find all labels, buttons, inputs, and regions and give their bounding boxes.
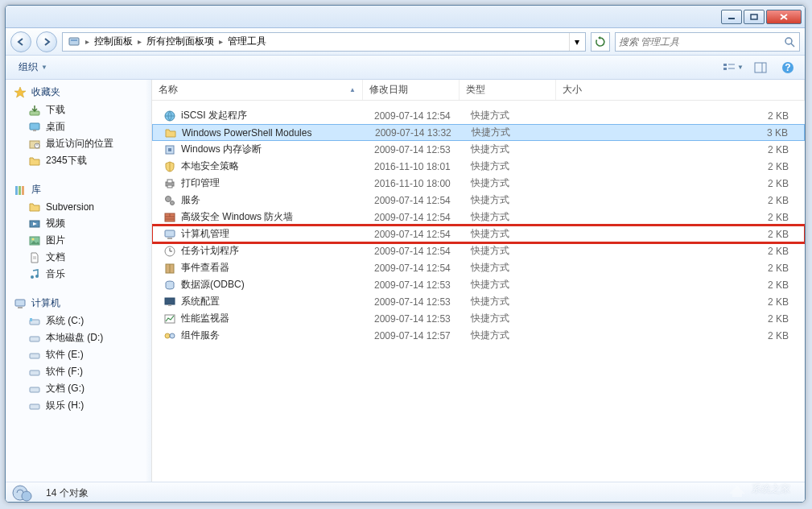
breadcrumb-item-2[interactable]: 管理工具 [225,33,270,50]
help-button[interactable]: ? [777,59,798,77]
file-row[interactable]: 事件查看器2009-07-14 12:54快捷方式2 KB [152,259,805,276]
svg-rect-35 [30,318,32,321]
sidebar-item-recent[interactable]: 最近访问的位置 [9,135,151,152]
titlebar [6,6,805,28]
file-row[interactable]: 任务计划程序2009-07-14 12:54快捷方式2 KB [152,242,805,259]
file-row[interactable]: 服务2009-07-14 12:54快捷方式2 KB [152,192,805,209]
file-row[interactable]: 数据源(ODBC)2009-07-14 12:53快捷方式2 KB [152,276,805,293]
sidebar-item-drive-c[interactable]: 系统 (C:) [9,312,151,329]
chevron-right-icon[interactable]: ▸ [136,37,143,46]
status-text: 14 个对象 [46,486,89,500]
video-icon [28,217,41,230]
file-row[interactable]: Windows PowerShell Modules2009-07-14 13:… [152,124,805,141]
file-row[interactable]: 计算机管理2009-07-14 12:54快捷方式2 KB [152,226,805,242]
file-date: 2009-07-14 12:53 [368,144,464,155]
chevron-right-icon[interactable]: ▸ [84,37,91,46]
search-box[interactable] [615,32,800,52]
computer-header[interactable]: 计算机 [9,294,151,312]
sidebar-item-music[interactable]: 音乐 [9,266,151,283]
file-size: 2 KB [561,279,805,291]
file-list[interactable]: iSCSI 发起程序2009-07-14 12:54快捷方式2 KBWindow… [152,101,805,482]
music-icon [28,268,41,281]
sidebar-item-drive-d[interactable]: 本地磁盘 (D:) [9,329,151,346]
libraries-header[interactable]: 库 [9,180,151,199]
comp-icon [163,329,176,342]
sidebar-item-2345[interactable]: 2345下载 [9,152,151,169]
svg-point-47 [166,196,171,201]
file-type: 快捷方式 [464,295,561,308]
document-icon [28,251,41,264]
sidebar-item-drive-f[interactable]: 软件 (F:) [9,363,151,380]
breadcrumb-root[interactable] [64,34,84,50]
file-date: 2009-07-14 13:32 [369,127,465,139]
clock-icon [163,245,176,258]
sidebar-item-videos[interactable]: 视频 [9,215,151,232]
sidebar-item-subversion[interactable]: Subversion [9,199,151,215]
perf-icon [163,312,176,325]
file-row[interactable]: 性能监视器2009-07-14 12:53快捷方式2 KB [152,310,805,327]
file-type: 快捷方式 [464,159,561,173]
svg-rect-62 [168,304,171,306]
status-bar: 14 个对象 [6,482,805,503]
file-size: 2 KB [561,246,805,257]
minimize-button[interactable] [721,10,742,24]
file-size: 2 KB [561,195,805,206]
preview-pane-button[interactable] [750,59,771,77]
explorer-window: ▸ 控制面板 ▸ 所有控制面板项 ▸ 管理工具 ▾ 组织 ▼ ▼ ? 收藏夹 下… [5,5,806,503]
computer-icon [14,297,27,310]
file-row[interactable]: iSCSI 发起程序2009-07-14 12:54快捷方式2 KB [152,107,805,124]
breadcrumb-item-0[interactable]: 控制面板 [91,33,136,50]
favorites-header[interactable]: 收藏夹 [9,83,151,101]
address-dropdown[interactable]: ▾ [569,33,583,51]
svg-rect-9 [723,68,727,70]
breadcrumb-item-1[interactable]: 所有控制面板项 [143,33,217,50]
address-bar[interactable]: ▸ 控制面板 ▸ 所有控制面板项 ▸ 管理工具 ▾ [62,32,586,52]
file-date: 2016-11-10 18:01 [368,161,464,172]
svg-point-65 [170,333,175,338]
forward-button[interactable] [36,31,57,52]
sidebar-item-pictures[interactable]: 图片 [9,232,151,249]
sidebar-item-downloads[interactable]: 下载 [9,101,151,118]
column-size[interactable]: 大小 [556,80,805,100]
shield-icon [163,160,176,173]
file-name: Windows PowerShell Modules [182,127,311,139]
maximize-button[interactable] [744,10,765,24]
sidebar-item-drive-e[interactable]: 软件 (E:) [9,346,151,363]
folder-icon [28,201,41,213]
download-icon [28,104,41,117]
column-type[interactable]: 类型 [460,80,556,100]
book-icon [163,262,176,275]
navigation-pane[interactable]: 收藏夹 下载 桌面 最近访问的位置 2345下载 库 Subversion 视频… [6,80,152,482]
file-size: 3 KB [562,127,804,139]
file-row[interactable]: 打印管理2016-11-10 18:00快捷方式2 KB [152,175,805,192]
file-list-pane: 名称 修改日期 类型 大小 iSCSI 发起程序2009-07-14 12:54… [152,80,805,482]
column-date[interactable]: 修改日期 [363,80,460,100]
file-name: 计算机管理 [181,227,229,241]
refresh-button[interactable] [591,32,610,52]
drive-icon [28,366,41,379]
search-input[interactable] [619,36,783,48]
globe-icon [163,110,176,122]
file-row[interactable]: 组件服务2009-07-14 12:57快捷方式2 KB [152,327,805,344]
sidebar-item-drive-g[interactable]: 文档 (G:) [9,380,151,397]
file-row[interactable]: 高级安全 Windows 防火墙2009-07-14 12:54快捷方式2 KB [152,209,805,226]
back-button[interactable] [10,31,31,52]
sidebar-item-documents[interactable]: 文档 [9,249,151,266]
file-row[interactable]: Windows 内存诊断2009-07-14 12:53快捷方式2 KB [152,141,805,158]
column-name[interactable]: 名称 [152,80,363,100]
chevron-right-icon[interactable]: ▸ [217,37,225,46]
sidebar-item-drive-h[interactable]: 娱乐 (H:) [9,397,151,414]
file-row[interactable]: 本地安全策略2016-11-10 18:01快捷方式2 KB [152,158,805,175]
svg-rect-38 [30,370,39,375]
file-row[interactable]: 系统配置2009-07-14 12:53快捷方式2 KB [152,293,805,310]
svg-line-7 [791,43,794,47]
search-icon [783,35,796,48]
organize-button[interactable]: 组织 ▼ [12,58,54,77]
toolbar: 组织 ▼ ▼ ? [6,56,805,80]
svg-rect-61 [165,298,175,304]
svg-rect-18 [33,130,36,131]
close-button[interactable] [766,10,802,24]
sidebar-item-desktop[interactable]: 桌面 [9,118,151,135]
view-options-button[interactable]: ▼ [723,59,744,77]
file-name: 高级安全 Windows 防火墙 [181,210,293,224]
